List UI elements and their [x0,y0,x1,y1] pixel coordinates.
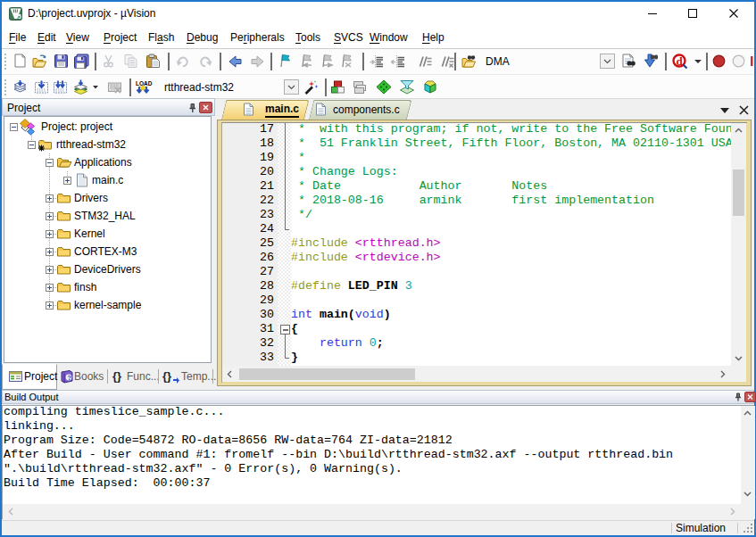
svg-text:LOAD: LOAD [136,80,153,87]
svg-text:d: d [677,54,684,68]
svg-text:?: ? [67,374,71,382]
svg-text:5: 5 [18,12,21,21]
